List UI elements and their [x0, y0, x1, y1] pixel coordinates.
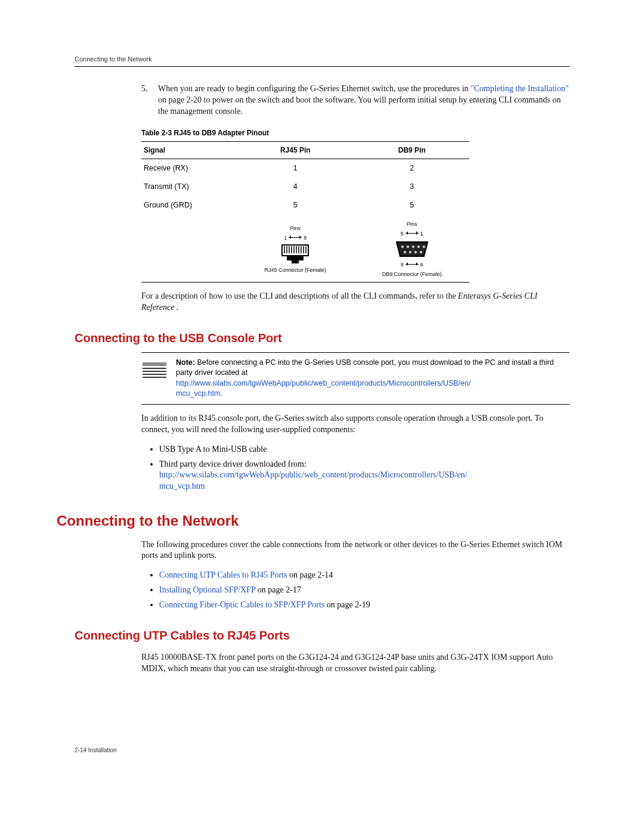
svg-rect-11 [287, 256, 304, 260]
cell-signal: Transmit (TX) [141, 178, 236, 196]
db9-caption: DB9 Connector (Female) [382, 271, 442, 278]
note-label: Note: [176, 358, 195, 367]
svg-point-18 [403, 250, 406, 253]
db9-top-left: 5 [401, 230, 404, 237]
th-signal: Signal [141, 141, 236, 159]
pins-label: Pins [290, 225, 301, 232]
utp-body: RJ45 10000BASE-TX front panel ports on t… [141, 652, 569, 675]
cell-signal: Receive (RX) [141, 159, 236, 177]
svg-point-14 [406, 245, 409, 248]
note-link-line2[interactable]: mcu_vcp.htm. [176, 389, 222, 398]
step-5: 5. When you are ready to begin configuri… [141, 83, 569, 117]
pins-label: Pins [407, 221, 417, 228]
svg-point-17 [422, 245, 425, 248]
db9-diagram: Pins 5 1 [382, 221, 442, 278]
table-header-row: Signal RJ45 Pin DB9 Pin [141, 141, 469, 159]
note-body-a: Before connecting a PC into the G-Series… [176, 358, 554, 377]
cli-para-a: For a description of how to use the CLI … [141, 291, 458, 300]
network-bullet-list: Connecting UTP Cables to RJ45 Ports on p… [141, 570, 569, 611]
note-link-line1[interactable]: http://www.silabs.com/tgwWebApp/public/w… [176, 379, 470, 387]
rj45-connector-icon [281, 244, 309, 264]
list-item: Third party device driver downloaded fro… [159, 459, 569, 493]
bullet-link-line2[interactable]: mcu_vcp.htm [159, 482, 205, 491]
rj45-pin-right: 8 [304, 234, 306, 241]
heading-utp-cables: Connecting UTP Cables to RJ45 Ports [75, 628, 569, 644]
usb-bullet-list: USB Type A to Mini-USB cable Third party… [141, 444, 569, 493]
arrow-icon [405, 264, 419, 265]
heading-connecting-network: Connecting to the Network [57, 511, 569, 530]
svg-point-21 [419, 250, 422, 253]
step-text-b: on page 2-20 to power on the switch and … [158, 95, 561, 116]
svg-point-13 [401, 245, 404, 248]
db9-bot-left: 9 [401, 261, 404, 268]
note-box: Note: Before connecting a PC into the G-… [141, 352, 569, 405]
bullet-suffix: on page 2-19 [327, 600, 370, 609]
step-number: 5. [141, 83, 150, 117]
list-item: USB Type A to Mini-USB cable [159, 444, 569, 455]
list-item: Connecting Fiber-Optic Cables to SFP/XFP… [159, 600, 569, 611]
bullet-text: Third party device driver downloaded fro… [159, 460, 306, 468]
bullet-suffix: on page 2-14 [289, 570, 333, 579]
pinout-table: Signal RJ45 Pin DB9 Pin Receive (RX) 1 2… [141, 141, 469, 283]
table-row: Receive (RX) 1 2 [141, 159, 469, 177]
diagram-row: Pins 1 8 [141, 215, 469, 283]
cell-db9: 2 [355, 159, 469, 177]
step-link[interactable]: "Completing the Installation" [470, 84, 569, 93]
bullet-text: USB Type A to Mini-USB cable [159, 445, 267, 454]
bullet-link[interactable]: Installing Optional SFP/XFP [159, 585, 255, 594]
svg-point-16 [417, 245, 420, 248]
heading-usb-console: Connecting to the USB Console Port [75, 330, 569, 346]
rj45-pin-left: 1 [284, 234, 287, 241]
svg-point-15 [411, 245, 414, 248]
step-text-a: When you are ready to begin configuring … [158, 84, 470, 93]
network-intro: The following procedures cover the cable… [141, 539, 569, 562]
cli-reference-para: For a description of how to use the CLI … [141, 291, 569, 314]
cell-rj45: 4 [236, 178, 355, 196]
running-header: Connecting to the Network [75, 55, 569, 67]
bullet-link[interactable]: Connecting Fiber-Optic Cables to SFP/XFP… [159, 600, 324, 609]
list-item: Installing Optional SFP/XFP on page 2-17 [159, 585, 569, 596]
db9-bot-right: 6 [420, 261, 423, 268]
rj45-caption: RJ45 Connector (Female) [265, 266, 327, 274]
th-db9: DB9 Pin [355, 141, 469, 159]
cell-db9: 5 [355, 196, 469, 215]
bullet-suffix: on page 2-17 [258, 585, 301, 594]
bullet-link[interactable]: Connecting UTP Cables to RJ45 Ports [159, 570, 287, 579]
svg-rect-12 [292, 260, 299, 263]
arrow-icon [289, 237, 302, 238]
svg-point-19 [408, 250, 411, 253]
cell-db9: 3 [355, 178, 469, 196]
table-row: Transmit (TX) 4 3 [141, 178, 469, 196]
cell-rj45: 5 [236, 196, 355, 215]
db9-connector-icon [394, 240, 430, 259]
note-icon [141, 358, 168, 383]
rj45-diagram: Pins 1 8 [265, 225, 327, 274]
arrow-icon [405, 233, 419, 234]
bullet-link-line1[interactable]: http://www.silabs.com/tgwWebApp/public/w… [159, 470, 467, 479]
usb-intro: In addition to its RJ45 console port, th… [141, 413, 569, 436]
page-footer: 2-14 Installation [75, 746, 569, 755]
svg-point-20 [414, 250, 417, 253]
cell-rj45: 1 [236, 159, 355, 177]
svg-rect-0 [282, 245, 308, 256]
list-item: Connecting UTP Cables to RJ45 Ports on p… [159, 570, 569, 581]
th-rj45: RJ45 Pin [236, 141, 355, 159]
cell-signal: Ground (GRD) [141, 196, 236, 215]
table-row: Ground (GRD) 5 5 [141, 196, 469, 215]
table-caption: Table 2-3 RJ45 to DB9 Adapter Pinout [141, 128, 569, 138]
db9-top-right: 1 [420, 230, 423, 237]
